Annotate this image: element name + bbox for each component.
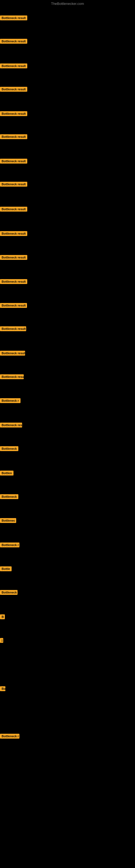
bottleneck-badge: B [0,614,5,619]
bottleneck-item[interactable]: Bottleneck result [0,374,24,380]
bottleneck-item[interactable]: Bottleneck result [0,134,27,140]
bottleneck-badge: Bottleneck result [0,255,27,260]
bottleneck-item[interactable]: Bottlenec [0,518,16,524]
bottleneck-item[interactable]: Bottleneck [0,446,18,452]
bottleneck-item[interactable]: | [0,638,3,644]
bottleneck-item[interactable]: Bottleneck result [0,231,27,237]
bottleneck-item[interactable]: Bottleneck r [0,734,19,740]
bottleneck-item[interactable]: Bottleneck [0,590,17,596]
bottleneck-badge: Bottleneck result [0,279,27,284]
bottleneck-badge: Bottleneck [0,590,17,595]
bottleneck-badge: Bottleneck result [0,351,25,355]
bottleneck-item[interactable]: Bottleneck result [0,279,27,285]
bottleneck-item[interactable]: B [0,614,5,620]
bottleneck-badge: Bottleneck result [0,39,27,44]
bottleneck-badge: | [0,638,3,643]
bottleneck-badge: Bo [0,686,5,691]
bottleneck-item[interactable]: Bottleneck result [0,326,26,332]
bottleneck-badge: Bottleneck [0,494,18,499]
bottleneck-badge: Bottleneck r [0,734,19,739]
bottleneck-badge: Bottleneck result [0,303,27,308]
bottleneck-badge: Bottleneck result [0,134,27,139]
bottleneck-item[interactable]: Bottleneck [0,494,18,500]
bottleneck-badge: Bottle [0,566,12,571]
bottleneck-badge: Bottleneck result [0,207,27,212]
bottleneck-badge: Bottlen [0,471,13,475]
bottleneck-badge: Bottleneck res [0,423,22,428]
bottleneck-item[interactable]: Bottleneck result [0,255,27,261]
site-title: TheBottlenecker.com [0,0,135,7]
bottleneck-item[interactable]: Bottleneck result [0,303,27,309]
bottleneck-badge: Bottleneck result [0,63,27,68]
bottleneck-badge: Bottleneck r [0,398,20,403]
bottleneck-badge: Bottlenec [0,518,16,523]
bottleneck-item[interactable]: Bottleneck result [0,351,25,357]
bottleneck-item[interactable]: Bo [0,686,5,692]
bottleneck-badge: Bottleneck result [0,87,27,92]
bottleneck-item[interactable]: Bottleneck result [0,111,27,117]
bottleneck-item[interactable]: Bottleneck result [0,207,27,213]
bottleneck-badge: Bottleneck [0,446,18,451]
bottleneck-badge: Bottleneck result [0,374,24,379]
bottleneck-badge: Bottleneck r [0,542,19,547]
bottleneck-item[interactable]: Bottleneck r [0,542,19,549]
bottleneck-badge: Bottleneck result [0,159,27,163]
bottleneck-item[interactable]: Bottleneck result [0,159,27,165]
bottleneck-item[interactable]: Bottleneck r [0,398,20,404]
bottleneck-item[interactable]: Bottleneck res [0,423,22,429]
bottleneck-item[interactable]: Bottleneck result [0,39,27,45]
bottleneck-badge: Bottleneck result [0,326,26,331]
bottleneck-badge: Bottleneck result [0,182,27,187]
bottleneck-item[interactable]: Bottlen [0,471,13,476]
bottleneck-item[interactable]: Bottleneck result [0,87,27,93]
bottleneck-badge: Bottleneck result [0,111,27,116]
bottleneck-item[interactable]: Bottleneck result [0,182,27,188]
bottleneck-badge: Bottleneck result [0,16,27,20]
bottleneck-item[interactable]: Bottle [0,566,12,572]
bottleneck-badge: Bottleneck result [0,231,27,236]
bottleneck-item[interactable]: Bottleneck result [0,16,27,22]
bottleneck-item[interactable]: Bottleneck result [0,63,27,69]
